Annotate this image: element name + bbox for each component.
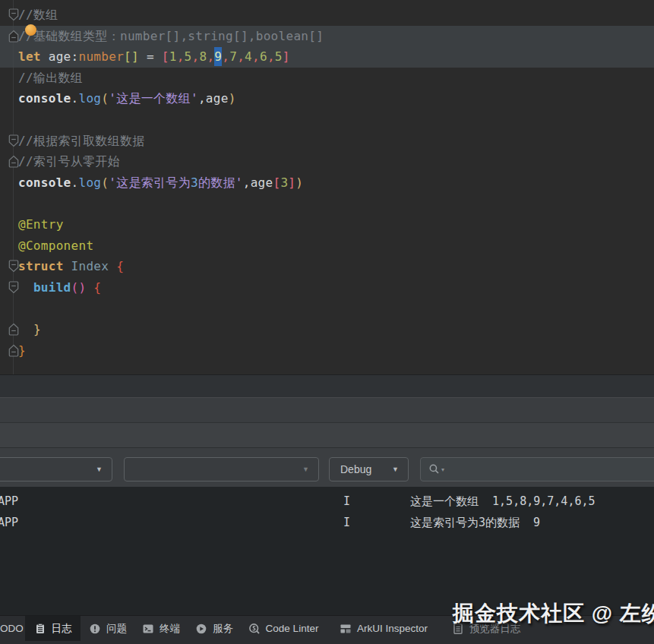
code-line[interactable]	[18, 193, 649, 214]
code-line[interactable]: }	[18, 340, 649, 361]
code-token: 3	[280, 175, 288, 190]
code-token: age	[206, 91, 229, 106]
code-line[interactable]: //根据索引取数组数据	[18, 131, 649, 152]
gutter-divider	[13, 0, 14, 374]
code-token: console	[18, 175, 71, 190]
terminal-icon	[142, 623, 154, 635]
code-line[interactable]: struct Index {	[18, 256, 649, 277]
code-token: [	[162, 49, 169, 64]
process-dropdown[interactable]: ▼	[124, 457, 319, 481]
code-token: (	[101, 91, 109, 106]
tab-arkui-inspector[interactable]: ArkUI Inspector	[333, 616, 434, 641]
search-icon	[428, 463, 441, 475]
code-token	[18, 280, 33, 295]
code-token: ,	[222, 49, 229, 64]
device-dropdown[interactable]: ▼	[0, 457, 112, 481]
code-token: )	[229, 91, 236, 106]
log-message: 这是索引号为3的数据 9	[410, 513, 540, 532]
code-token: ,	[192, 49, 200, 64]
code-token: ]	[283, 49, 290, 64]
log-icon	[34, 623, 46, 635]
log-console[interactable]: APP I 这是一个数组 1,5,8,9,7,4,6,5 APP I 这是索引号…	[0, 487, 654, 615]
code-line[interactable]: @Entry	[18, 214, 649, 235]
log-search-input[interactable]: ▾	[420, 457, 654, 481]
tool-window-subheader-strip	[0, 422, 654, 447]
log-level-dropdown[interactable]: Debug ▼	[329, 457, 409, 481]
code-token: 4	[245, 49, 252, 64]
code-line[interactable]: let age:number[] = [1,5,8,9,7,4,6,5]	[18, 46, 649, 68]
code-token: //索引号从零开始	[18, 154, 120, 169]
code-token: build	[33, 280, 71, 295]
code-token: []	[124, 49, 139, 64]
tab-todo-partial[interactable]: ODO	[0, 616, 24, 641]
code-token	[64, 259, 71, 273]
fold-marker-up-icon[interactable]	[8, 30, 19, 43]
code-token: //根据索引取数组数据	[18, 134, 145, 148]
tab-log[interactable]: 日志	[25, 616, 81, 641]
code-line[interactable]: }	[18, 319, 649, 340]
fold-marker-down-icon[interactable]	[8, 260, 19, 273]
code-token	[18, 322, 33, 336]
fold-marker-down-icon[interactable]	[8, 8, 19, 21]
log-row[interactable]: APP I 这是索引号为3的数据 9	[0, 513, 654, 532]
code-line[interactable]	[18, 109, 649, 131]
exclamation-circle-icon	[89, 623, 101, 635]
code-token	[86, 280, 93, 295]
code-line[interactable]	[18, 298, 649, 319]
code-token: 5	[185, 49, 192, 64]
code-line[interactable]: //索引号从零开始	[18, 151, 649, 172]
search-history-chevron-icon[interactable]: ▾	[441, 466, 444, 473]
code-token: 6	[260, 49, 267, 64]
fold-marker-down-icon[interactable]	[8, 134, 19, 147]
code-token: [	[273, 175, 280, 190]
chevron-down-icon: ▼	[392, 466, 399, 473]
tool-window-header-strip	[0, 397, 654, 422]
log-row[interactable]: APP I 这是一个数组 1,5,8,9,7,4,6,5	[0, 492, 654, 510]
fold-marker-down-icon[interactable]	[8, 281, 19, 294]
code-linter-icon	[248, 623, 261, 635]
code-token: @Component	[18, 238, 93, 253]
tab-label: 终端	[160, 622, 180, 636]
log-toolbar: ▼ ▼ Debug ▼ ▾	[0, 447, 654, 487]
log-message: 这是一个数组 1,5,8,9,7,4,6,5	[410, 492, 596, 510]
log-tag: APP	[0, 492, 18, 510]
code-token: 的数据'	[198, 175, 243, 190]
tab-label: 日志	[52, 622, 72, 636]
code-token: @Entry	[18, 217, 64, 232]
code-line[interactable]: //基础数组类型：number[],string[],boolean[]	[18, 26, 649, 47]
code-editor[interactable]: //数组//基础数组类型：number[],string[],boolean[]…	[0, 0, 654, 374]
code-token: ,	[243, 175, 251, 190]
code-token: number	[78, 49, 124, 64]
code-token: 3	[191, 175, 198, 190]
code-token: 8	[199, 49, 207, 64]
code-token: //数组	[18, 8, 58, 22]
code-token: ,	[207, 49, 214, 64]
code-line[interactable]: //输出数组	[18, 68, 649, 89]
tab-label: 服务	[213, 622, 233, 636]
code-token: '这是一个数组'	[109, 91, 198, 106]
code-line[interactable]: //数组	[18, 5, 649, 26]
code-token: ,	[177, 49, 185, 64]
code-token	[109, 259, 116, 273]
editor-bottom-strip	[0, 374, 654, 397]
code-line[interactable]: console.log('这是一个数组',age)	[18, 88, 649, 109]
fold-marker-up-icon[interactable]	[8, 323, 19, 336]
code-token: let	[18, 49, 41, 64]
tab-code-linter[interactable]: Code Linter	[245, 616, 322, 641]
code-token: age	[41, 49, 71, 64]
fold-marker-up-icon[interactable]	[8, 344, 19, 357]
code-token: ,	[252, 49, 260, 64]
tab-terminal[interactable]: 终端	[138, 616, 184, 641]
code-line[interactable]: @Component	[18, 235, 649, 257]
tab-problems[interactable]: 问题	[85, 616, 131, 641]
tab-label: 问题	[106, 622, 127, 636]
code-token: ,	[267, 49, 275, 64]
code-token: :	[71, 49, 79, 64]
breakpoint-icon[interactable]	[25, 24, 36, 36]
code-token: console	[18, 91, 71, 106]
fold-marker-up-icon[interactable]	[8, 155, 19, 168]
code-line[interactable]: console.log('这是索引号为3的数据',age[3])	[18, 172, 649, 194]
code-token: {	[116, 259, 124, 273]
tab-services[interactable]: 服务	[191, 616, 237, 641]
code-line[interactable]: build() {	[18, 277, 649, 298]
